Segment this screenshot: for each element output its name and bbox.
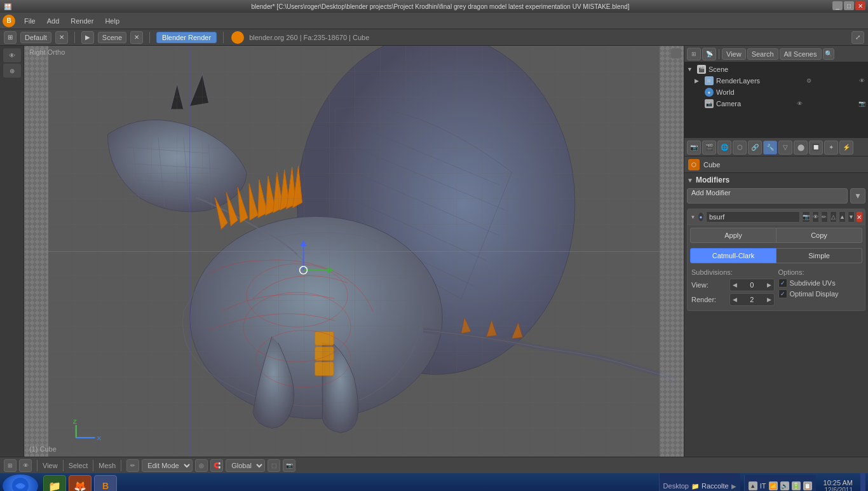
search-button[interactable]: Search [747, 48, 778, 60]
select-label[interactable]: Select [69, 462, 88, 469]
prop-data-icon[interactable]: ▽ [778, 141, 792, 155]
taskbar-blender-button[interactable]: B [94, 475, 117, 491]
editmode-icon[interactable]: ✏ [126, 459, 139, 472]
view-label: View: [691, 281, 729, 289]
search-icon[interactable]: 🔍 [823, 48, 834, 60]
optimal-display-checkbox[interactable] [778, 289, 787, 298]
modifier-down-icon[interactable]: ▼ [848, 211, 855, 223]
prop-constraints-icon[interactable]: 🔗 [748, 141, 762, 155]
prop-world-icon[interactable]: 🌐 [717, 141, 731, 155]
outliner[interactable]: ▼ 🎬 Scene ▶ R RenderLayers ⚙ 👁 ● World 📷… [684, 62, 868, 139]
proportional-icon[interactable]: ◎ [195, 459, 208, 472]
close-scene-button[interactable]: ✕ [130, 31, 143, 44]
camera-render-icon[interactable]: 📷 [858, 100, 865, 107]
right-panel: ⊞ 📡 View Search All Scenes 🔍 ▼ 🎬 Scene ▶… [684, 46, 868, 457]
menu-add[interactable]: Add [42, 16, 65, 26]
viewport-label: Right Ortho [29, 48, 65, 56]
left-panel: 👁 ⊕ [0, 46, 24, 457]
window-title: blender* [C:\Users\roger\Desktop\blender… [17, 3, 864, 10]
properties-toolbar: 📷 🎬 🌐 ⬡ 🔗 🔧 ▽ ⬤ 🔲 ✦ ⚡ [684, 139, 868, 156]
rt-icon-1[interactable]: ⊞ [687, 48, 701, 60]
render-label: Render: [691, 296, 729, 303]
viewport-corner-icon[interactable] [671, 48, 681, 59]
add-modifier-arrow[interactable]: ▼ [850, 188, 865, 204]
subdivide-uvs-checkbox[interactable] [778, 279, 787, 287]
network-icon[interactable]: 📶 [769, 481, 778, 490]
modifier-render-icon[interactable]: 📷 [802, 211, 810, 223]
prop-scene-icon[interactable]: 🎬 [702, 141, 716, 155]
copy-button[interactable]: Copy [776, 228, 862, 243]
modifier-cage-icon[interactable]: △ [830, 211, 837, 223]
render-value-field[interactable]: ◀ 2 ▶ [729, 293, 775, 306]
start-button[interactable] [3, 474, 38, 491]
bottom-cam-icon[interactable]: 👁 [19, 459, 32, 472]
scene-type-icon[interactable]: ▶ [81, 31, 94, 44]
mirror-icon[interactable]: ⬚ [268, 459, 280, 472]
camera-name: Camera [716, 100, 741, 107]
modifier-collapse-button[interactable]: ▼ [690, 212, 696, 222]
volume-icon[interactable]: 🔊 [780, 481, 789, 490]
prop-physics-icon[interactable]: ⚡ [839, 141, 853, 155]
close-button[interactable]: ✕ [855, 1, 865, 10]
pivot-select[interactable]: Global [226, 459, 265, 472]
all-scenes-button[interactable]: All Scenes [780, 48, 822, 60]
taskbar-explorer-button[interactable]: 📁 [43, 475, 66, 491]
viewport[interactable]: X Z Right Ortho (1) Cube [24, 46, 684, 457]
clock[interactable]: 10:25 AM 12/6/2011 [820, 479, 857, 492]
menu-render[interactable]: Render [65, 16, 98, 26]
modifier-editmode-icon[interactable]: ✏ [821, 211, 828, 223]
desktop-label[interactable]: Desktop [663, 482, 689, 490]
renderlayers-icon: R [705, 76, 714, 85]
prop-material-icon[interactable]: ⬤ [794, 141, 808, 155]
prop-object-icon[interactable]: ⬡ [733, 141, 747, 155]
prop-particles-icon[interactable]: ✦ [824, 141, 838, 155]
rt-icon-2[interactable]: 📡 [702, 48, 716, 60]
subdivisions-label: Subdivisions: [691, 268, 775, 276]
modifier-close-button[interactable]: ✕ [857, 212, 862, 222]
modifier-topbar: ▼ ● 📷 👁 ✏ △ ▲ ▼ ✕ [688, 209, 865, 225]
outliner-item-world[interactable]: ● World [692, 86, 868, 98]
menu-help[interactable]: Help [100, 16, 125, 26]
battery-icon[interactable]: 🔋 [792, 481, 801, 490]
menu-file[interactable]: File [19, 16, 41, 26]
fullscreen-icon[interactable]: ⤢ [851, 31, 864, 44]
view-value-field[interactable]: ◀ 0 ▶ [729, 279, 775, 291]
layout-icon-button[interactable]: ⊞ [4, 31, 17, 44]
simple-tab[interactable]: Simple [776, 248, 862, 263]
close-layout-button[interactable]: ✕ [55, 31, 68, 44]
add-modifier-select[interactable]: Add Modifier [687, 188, 848, 204]
render-engine-select[interactable]: Blender Render [156, 32, 217, 43]
renderlayers-vis-icon[interactable]: 👁 [858, 77, 865, 85]
view-button[interactable]: View [722, 48, 746, 60]
svg-rect-4 [315, 362, 334, 376]
render-icon[interactable]: 📷 [283, 459, 295, 472]
prop-texture-icon[interactable]: 🔲 [809, 141, 823, 155]
maximize-button[interactable]: □ [844, 1, 854, 10]
show-desktop-button[interactable] [860, 473, 865, 491]
left-cursor-icon[interactable]: ⊕ [3, 64, 21, 78]
prop-modifiers-icon[interactable]: 🔧 [763, 141, 777, 155]
outliner-item-camera[interactable]: 📷 Camera 👁 📷 [692, 98, 868, 109]
minimize-button[interactable]: _ [832, 1, 843, 10]
view-label[interactable]: View [43, 462, 58, 469]
modifier-name-field[interactable] [706, 211, 800, 223]
snap-icon[interactable]: 🧲 [210, 459, 223, 472]
mode-select[interactable]: Edit Mode [142, 459, 193, 472]
apply-button[interactable]: Apply [690, 228, 776, 243]
outliner-item-renderlayers[interactable]: ▶ R RenderLayers ⚙ 👁 [692, 75, 868, 86]
renderlayers-settings-icon[interactable]: ⚙ [805, 77, 813, 85]
modifier-type-tabs: Catmull-Clark Simple [688, 246, 865, 266]
outliner-item-scene[interactable]: ▼ 🎬 Scene [684, 64, 868, 75]
camera-restrict-icon[interactable]: 👁 [796, 100, 803, 107]
prop-render-icon[interactable]: 📷 [687, 141, 701, 155]
modifier-up-icon[interactable]: ▲ [839, 211, 846, 223]
left-view-icon[interactable]: 👁 [3, 48, 21, 62]
mesh-label[interactable]: Mesh [98, 462, 116, 469]
modifier-viewport-icon[interactable]: 👁 [812, 211, 819, 223]
show-hidden-icons[interactable]: ▲ [749, 481, 757, 490]
modifier-visibility-button[interactable]: ● [698, 212, 704, 222]
taskbar-firefox-button[interactable]: 🦊 [69, 475, 92, 491]
catmull-clark-tab[interactable]: Catmull-Clark [690, 248, 776, 263]
action-center-icon[interactable]: 📋 [803, 481, 812, 490]
bottom-viewtype-icon[interactable]: ⊞ [4, 459, 17, 472]
